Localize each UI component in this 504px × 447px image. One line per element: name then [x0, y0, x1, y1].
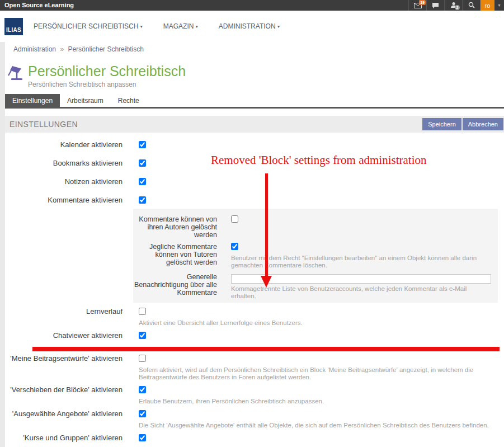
tab-arbeitsraum[interactable]: Arbeitsraum — [60, 94, 111, 107]
mail-badge: 19 — [419, 0, 426, 5]
help-text: Aktiviert eine Übersicht aller Lernerfol… — [139, 319, 497, 327]
help-text: Benutzer mit dem Recht "Einstellungen be… — [231, 255, 491, 269]
annotation-text: Removed 'Block' settings from administra… — [211, 153, 427, 167]
page-header: Persönlicher Schreibtisch Persönlichen S… — [5, 56, 504, 88]
form-row-chatviewer: Chatviewer aktivieren — [5, 332, 504, 342]
nav-item-persoenlicher-schreibtisch[interactable]: PERSÖNLICHER SCHREIBTISCH ▾ — [34, 22, 143, 30]
form-row-beitragsentwuerfe: 'Meine Beitragsentwürfe' aktivieren Sofe… — [5, 355, 504, 381]
save-button[interactable]: Speichern — [422, 118, 461, 130]
kalender-checkbox[interactable] — [139, 141, 146, 148]
form-row-verschieben: 'Verschieben der Blöcke' aktivieren Erla… — [5, 386, 504, 405]
chatviewer-checkbox[interactable] — [139, 332, 146, 339]
tab-bar: Einstellungen Arbeitsraum Rechte — [5, 94, 504, 109]
nav-item-administration[interactable]: ADMINISTRATION ▾ — [219, 22, 280, 30]
content-area: Administration » Persönlicher Schreibtis… — [5, 42, 504, 447]
search-button[interactable] — [462, 0, 480, 11]
form-row-angebote: 'Ausgewählte Angebote' aktivieren Die Si… — [5, 410, 504, 429]
user-menu-button[interactable]: ro — [480, 0, 494, 11]
kommentare-subpanel: Kommentare können von ihren Autoren gelö… — [133, 209, 498, 303]
breadcrumb-persoenlicher-schreibtisch[interactable]: Persönlicher Schreibtisch — [68, 45, 143, 53]
user-list-button[interactable]: 2 — [444, 0, 462, 11]
main-nav: ILIAS PERSÖNLICHER SCHREIBTISCH ▾ MAGAZI… — [0, 11, 504, 42]
help-text: Erlaube Benutzern, ihren Persönlichen Sc… — [139, 398, 497, 405]
beitragsentwuerfe-checkbox[interactable] — [139, 355, 146, 362]
chevron-down-icon: ▾ — [196, 24, 198, 29]
form-row-kalender: Kalender aktivieren — [5, 141, 504, 151]
lernverlauf-checkbox[interactable] — [139, 308, 146, 315]
user-menu-caret[interactable]: ▾ — [494, 0, 504, 11]
mail-button[interactable]: 19 — [408, 0, 426, 11]
page-subtitle: Persönlichen Schreibtisch anpassen — [28, 81, 186, 88]
form-row-notizen: Notizen aktivieren — [5, 178, 504, 188]
chevron-down-icon: ▾ — [277, 24, 280, 29]
form-title: EINSTELLUNGEN — [10, 120, 421, 129]
breadcrumb-separator: » — [60, 45, 64, 53]
annotation-highlight-box — [32, 347, 500, 351]
top-bar: Open Source eLearning 19 2 ro ▾ — [0, 0, 504, 11]
cancel-button[interactable]: Abbrechen — [463, 118, 503, 130]
annotation-arrow — [265, 173, 268, 276]
bookmarks-checkbox[interactable] — [139, 159, 146, 167]
form-row-benachrichtigung: Generelle Benachrichtigung über alle Kom… — [133, 273, 498, 300]
chat-button[interactable] — [426, 0, 444, 11]
help-text: Die Sicht 'Ausgewählte Angebote' enthält… — [139, 422, 497, 429]
kommentare-checkbox[interactable] — [139, 196, 146, 204]
breadcrumb-administration[interactable]: Administration — [13, 45, 56, 53]
form-row-lernverlauf: Lernverlauf Aktiviert eine Übersicht all… — [5, 308, 504, 327]
nav-item-magazin[interactable]: MAGAZIN ▾ — [163, 22, 198, 30]
chevron-down-icon: ▾ — [498, 3, 500, 8]
angebote-checkbox[interactable] — [139, 410, 146, 417]
form-row-kurse: 'Kurse und Gruppen' aktivieren Die Sicht… — [5, 434, 504, 447]
settings-form: Kalender aktivieren Bookmarks aktivieren… — [5, 141, 504, 447]
tab-einstellungen[interactable]: Einstellungen — [5, 94, 60, 107]
desk-lamp-icon — [7, 65, 23, 83]
kommentare-autoren-checkbox[interactable] — [231, 215, 238, 223]
form-row-kommentare-tutoren: Jegliche Kommentare können von Tutoren g… — [133, 243, 498, 269]
chevron-down-icon: ▾ — [140, 24, 143, 29]
form-row-kommentare-autoren: Kommentare können von ihren Autoren gelö… — [133, 215, 498, 239]
kurse-checkbox[interactable] — [139, 434, 146, 441]
form-row-kommentare: Kommentare aktivieren — [5, 196, 504, 206]
notizen-checkbox[interactable] — [139, 178, 146, 185]
ilias-logo[interactable]: ILIAS — [4, 18, 23, 35]
verschieben-checkbox[interactable] — [139, 386, 146, 393]
chat-icon — [432, 1, 439, 11]
annotation-arrowhead-icon — [261, 276, 272, 288]
user-count-badge: 2 — [455, 5, 460, 10]
kommentare-tutoren-checkbox[interactable] — [231, 243, 238, 250]
breadcrumb: Administration » Persönlicher Schreibtis… — [5, 42, 504, 56]
page-title: Persönlicher Schreibtisch — [28, 63, 186, 79]
app-title: Open Source eLearning — [0, 0, 408, 11]
form-header: EINSTELLUNGEN Speichern Abbrechen — [5, 116, 504, 133]
help-text: Sofern aktiviert, wird auf dem Persönlic… — [139, 366, 497, 381]
tab-rechte[interactable]: Rechte — [111, 94, 147, 107]
search-icon — [468, 1, 475, 11]
